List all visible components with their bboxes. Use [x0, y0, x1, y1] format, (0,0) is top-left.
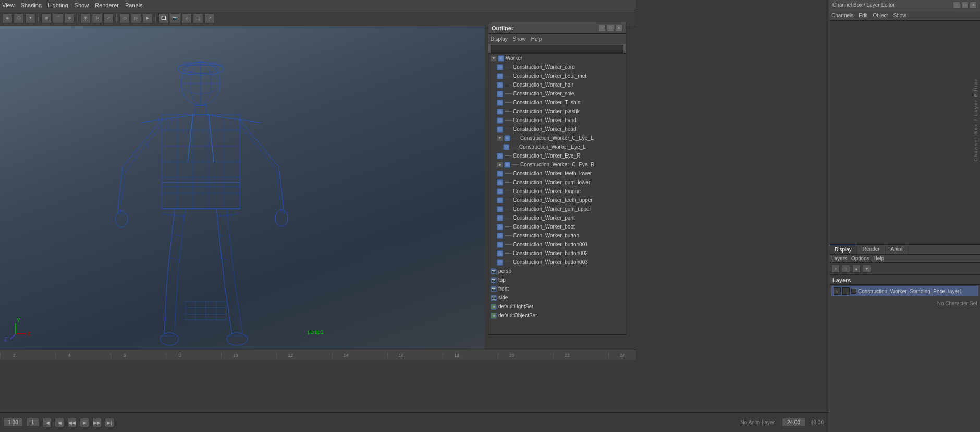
- list-item[interactable]: ⬡ Construction_Worker_hand: [488, 116, 626, 125]
- step-fwd-btn[interactable]: ▶▶: [92, 418, 102, 427]
- list-item[interactable]: 📷 front: [488, 284, 626, 293]
- frame-current-display[interactable]: [26, 418, 39, 427]
- toolbar-scale[interactable]: ⤢: [103, 13, 114, 23]
- tree-line: [505, 226, 512, 227]
- outliner-search-input[interactable]: [491, 45, 623, 53]
- list-item[interactable]: ⬡ Construction_Worker_tongue: [488, 187, 626, 196]
- menu-view[interactable]: View: [2, 2, 15, 8]
- outliner-list[interactable]: ▼ ⊞ Worker ⬡ Construction_Worker_cord ⬡ …: [488, 54, 626, 323]
- layer-visibility-btn[interactable]: V: [834, 287, 841, 295]
- toolbar-cam[interactable]: 📷: [170, 13, 180, 23]
- set-icon: ◈: [491, 313, 497, 319]
- toolbar-move[interactable]: ✛: [80, 13, 91, 23]
- menu-show[interactable]: Show: [75, 2, 89, 8]
- list-item[interactable]: ▶ ⊞ Construction_Worker_C_Eye_R: [488, 160, 626, 169]
- toolbar-paint[interactable]: ✦: [25, 13, 35, 23]
- toolbar-snap-grid[interactable]: ⊞: [41, 13, 52, 23]
- outliner-restore-btn[interactable]: □: [607, 25, 614, 32]
- go-end-btn[interactable]: ▶|: [105, 418, 114, 427]
- toolbar-ipr[interactable]: ▶: [142, 13, 153, 23]
- list-item[interactable]: ⬡ Construction_Worker_plastik: [488, 107, 626, 116]
- list-item[interactable]: ◈ defaultLightSet: [488, 302, 626, 311]
- list-item[interactable]: ⬡ Construction_Worker_hair: [488, 80, 626, 89]
- menu-panels[interactable]: Panels: [125, 2, 143, 8]
- right-close-btn[interactable]: ✕: [970, 2, 977, 9]
- frame-start-field[interactable]: [3, 418, 23, 427]
- tab-render[interactable]: Render: [858, 245, 886, 254]
- list-item[interactable]: ▼ ⊞ Worker: [488, 54, 626, 63]
- list-item[interactable]: ⬡ Construction_Worker_button003: [488, 258, 626, 267]
- menu-object[interactable]: Object: [873, 13, 888, 18]
- layer-move-up-btn[interactable]: ▲: [852, 265, 861, 273]
- menu-renderer[interactable]: Renderer: [95, 2, 119, 8]
- layer-reference-btn[interactable]: [842, 287, 850, 295]
- toolbar-lasso[interactable]: ⬡: [14, 13, 24, 23]
- expand-worker[interactable]: ▼: [491, 55, 497, 62]
- expand-ceyer[interactable]: ▶: [497, 162, 503, 168]
- go-start-btn[interactable]: |◀: [42, 418, 52, 427]
- list-item[interactable]: ⬡ Construction_Worker_pant: [488, 213, 626, 222]
- play-back-btn[interactable]: ◀◀: [67, 418, 77, 427]
- list-item[interactable]: ⬡ Construction_Worker_boot: [488, 222, 626, 231]
- expand-ceye[interactable]: ▼: [497, 135, 503, 141]
- tick-20: 20: [498, 353, 525, 358]
- viewport[interactable]: X Y Z persp1: [0, 26, 485, 350]
- menu-channels[interactable]: Channels: [831, 13, 853, 18]
- toolbar-extra1[interactable]: ⊿: [181, 13, 192, 23]
- menu-show[interactable]: Show: [893, 13, 906, 18]
- list-item[interactable]: ⬡ Construction_Worker_T_shirt: [488, 98, 626, 107]
- toolbar-snap-point[interactable]: ⊕: [64, 13, 75, 23]
- outliner-menu-help[interactable]: Help: [531, 36, 542, 42]
- list-item[interactable]: ⬡ Construction_Worker_boot_met: [488, 71, 626, 80]
- layer-move-dn-btn[interactable]: ▼: [863, 265, 871, 273]
- toolbar-extra2[interactable]: ⬚: [193, 13, 203, 23]
- outliner-minimize-btn[interactable]: ─: [598, 25, 606, 32]
- list-item[interactable]: 📷 side: [488, 293, 626, 302]
- list-item[interactable]: ⬡ Construction_Worker_button001: [488, 240, 626, 249]
- list-item[interactable]: ⬡ Construction_Worker_cord: [488, 63, 626, 71]
- right-restore-btn[interactable]: □: [961, 2, 969, 9]
- anim-controls: |◀ ◀ ◀◀ ▶ ▶▶ ▶| No Anim Layer 48.00: [0, 412, 829, 432]
- list-item[interactable]: ⬡ Construction_Worker_gum_lower: [488, 178, 626, 187]
- list-item[interactable]: 📷 top: [488, 275, 626, 284]
- toolbar-select[interactable]: ◈: [2, 13, 13, 23]
- list-item[interactable]: ⬡ Construction_Worker_Eye_L: [488, 142, 626, 151]
- list-item[interactable]: ⬡ Construction_Worker_sole: [488, 89, 626, 98]
- menu-lighting[interactable]: Lighting: [48, 2, 68, 8]
- layer-item[interactable]: V Construction_Worker_Standing_Pose_laye…: [831, 286, 978, 296]
- list-item[interactable]: ⬡ Construction_Worker_button: [488, 231, 626, 240]
- list-item[interactable]: ⬡ Construction_Worker_head: [488, 125, 626, 134]
- outliner-menu-display[interactable]: Display: [491, 36, 508, 42]
- list-item[interactable]: ▼ ⊞ Construction_Worker_C_Eye_L: [488, 134, 626, 142]
- layers-menu-layers[interactable]: Layers: [831, 256, 847, 261]
- step-back-btn[interactable]: ◀: [55, 418, 64, 427]
- layer-delete-btn[interactable]: −: [842, 265, 850, 273]
- layers-menu-options[interactable]: Options: [851, 256, 869, 261]
- toolbar-render[interactable]: ▷: [131, 13, 141, 23]
- timeline[interactable]: 2 4 6 8 10 12 14 16 18 20 22 24: [0, 350, 636, 360]
- layer-create-btn[interactable]: +: [831, 265, 840, 273]
- toolbar-extra3[interactable]: ↗: [204, 13, 215, 23]
- list-item[interactable]: ⬡ Construction_Worker_gum_upper: [488, 205, 626, 213]
- toolbar-display[interactable]: 🔳: [158, 13, 169, 23]
- list-item[interactable]: ◈ defaultObjectSet: [488, 311, 626, 320]
- play-fwd-btn[interactable]: ▶: [80, 418, 89, 427]
- toolbar-rotate[interactable]: ↻: [92, 13, 102, 23]
- list-item[interactable]: ⬡ Construction_Worker_button002: [488, 249, 626, 258]
- list-item[interactable]: ⬡ Construction_Worker_teeth_lower: [488, 169, 626, 178]
- list-item[interactable]: ⬡ Construction_Worker_teeth_upper: [488, 196, 626, 205]
- tab-anim[interactable]: Anim: [886, 245, 909, 254]
- outliner-close-btn[interactable]: ✕: [615, 25, 622, 32]
- tab-display[interactable]: Display: [829, 245, 858, 254]
- toolbar-history[interactable]: ◷: [119, 13, 130, 23]
- menu-shading[interactable]: Shading: [21, 2, 42, 8]
- list-item[interactable]: ⬡ Construction_Worker_Eye_R: [488, 151, 626, 160]
- right-minimize-btn[interactable]: ─: [953, 2, 960, 9]
- menu-edit[interactable]: Edit: [859, 13, 867, 18]
- toolbar-snap-curve[interactable]: ⌒: [53, 13, 63, 23]
- list-item[interactable]: 📷 persp: [488, 267, 626, 275]
- outliner-menu-show[interactable]: Show: [513, 36, 526, 42]
- layers-menu-help[interactable]: Help: [873, 256, 884, 261]
- mesh-icon: ⬡: [497, 250, 503, 257]
- frame-end-field[interactable]: [782, 418, 805, 427]
